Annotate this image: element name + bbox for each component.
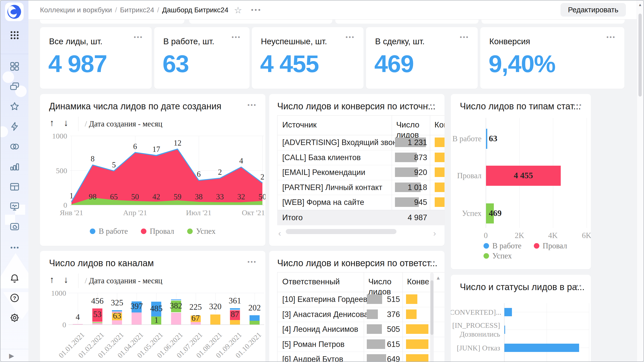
gridline [587, 118, 587, 228]
header-more-icon[interactable]: ••• [251, 6, 262, 14]
data-label: 4 [231, 156, 251, 165]
edit-button[interactable]: Редактировать [560, 3, 626, 17]
card-menu-icon[interactable]: ••• [232, 34, 241, 41]
sort-ascending-icon[interactable]: ↑ [50, 275, 54, 285]
datalens-logo[interactable] [5, 3, 24, 21]
v-scrollbar-thumb[interactable] [430, 280, 433, 335]
table-row[interactable]: [PARTNER] Личный контакт1 018 [277, 180, 445, 195]
cell-value: 649 [370, 355, 400, 362]
legend-item[interactable]: В работе [90, 227, 128, 236]
legend-dot-icon [141, 229, 146, 234]
x-tick-label: 4K [543, 231, 563, 240]
cell-label: [3] Анастасия Денисова [282, 310, 368, 319]
table-row[interactable]: [WEB] Форма на сайте945 [277, 195, 445, 210]
cell-label: [ADVERTISING] Входящий звонок [282, 138, 405, 147]
bar-segment[interactable] [92, 323, 102, 325]
monitoring-icon[interactable] [9, 201, 20, 212]
favorites-star-icon[interactable] [9, 101, 20, 112]
bar-segment[interactable] [112, 310, 122, 311]
bar-segment[interactable] [73, 324, 83, 325]
legend-label: Провал [150, 227, 174, 236]
bar-segment[interactable] [171, 312, 181, 313]
legend-label: Провал [543, 241, 567, 250]
bar[interactable] [504, 308, 512, 316]
bar-segment[interactable] [112, 311, 122, 312]
bar-segment[interactable] [230, 320, 240, 325]
bar-value-label: 4 455 [486, 171, 561, 180]
legend-item[interactable]: Успех [484, 252, 512, 260]
bar-segment[interactable] [92, 322, 102, 323]
breadcrumb-item[interactable]: Коллекции и воркбуки [40, 6, 112, 14]
bar-segment[interactable] [210, 314, 220, 325]
partial-card [481, 20, 625, 24]
legend-item[interactable]: Провал [141, 227, 174, 236]
bar[interactable] [504, 344, 579, 352]
column-header[interactable]: Конверсия [407, 277, 429, 287]
dashboards-icon[interactable] [9, 61, 20, 72]
collections-icon[interactable] [9, 81, 20, 92]
favorite-star-icon[interactable]: ☆ [234, 5, 242, 16]
scroll-up-icon[interactable]: ▲ [638, 3, 642, 7]
table-row[interactable]: [EMAIL] Рекомендации920 [277, 165, 445, 180]
bar-segment[interactable] [171, 299, 181, 300]
bar-segment[interactable] [230, 308, 240, 310]
legend-label: В работе [492, 241, 521, 250]
datalens-dashboard-window: ? ▶ Коллекции и воркбуки/Битрикс24/Дашбо… [0, 0, 644, 362]
ql-lightning-icon[interactable] [9, 121, 20, 132]
h-scrollbar-thumb[interactable] [286, 229, 396, 234]
bar[interactable] [504, 326, 505, 334]
bar-segment[interactable] [250, 321, 260, 325]
bar-segment[interactable] [132, 312, 142, 325]
table-row[interactable]: [5] Роман Петров615 [277, 337, 445, 352]
table-row[interactable]: [4] Леонид Анисимов505 [277, 322, 445, 337]
storage-folder-icon[interactable] [9, 221, 20, 232]
bar-segment[interactable] [250, 315, 260, 321]
datasets-table-icon[interactable] [9, 182, 20, 192]
cell-label: [4] Леонид Анисимов [282, 325, 358, 334]
column-header[interactable]: Ответственный [282, 277, 358, 287]
svg-text:?: ? [13, 295, 16, 301]
sort-descending-icon[interactable]: ↓ [64, 275, 68, 285]
drilldown-breadcrumb[interactable]: / Дата создания - месяц [85, 276, 162, 285]
more-icon[interactable] [9, 242, 20, 253]
legend-item[interactable]: В работе [484, 242, 521, 250]
table-row[interactable]: [ADVERTISING] Входящий звонок1 231 [277, 135, 445, 150]
bar-segment[interactable] [191, 314, 201, 315]
scroll-right-icon[interactable]: › [433, 228, 436, 238]
card-menu-icon[interactable]: ••• [607, 34, 616, 41]
column-header[interactable]: Конверсия [434, 120, 445, 130]
breadcrumb-item: Дашборд Битрикс24 [162, 6, 228, 14]
table-row[interactable]: [3] Анастасия Денисова376 [277, 307, 445, 322]
total-value: 4 987 [397, 213, 427, 222]
bar-segment[interactable] [112, 320, 122, 325]
breadcrumb-item[interactable]: Битрикс24 [120, 6, 154, 14]
kpi-card: •••В сделку, шт.469 [366, 27, 478, 89]
table-row[interactable]: [10] Екатерина Гордеева515 [277, 292, 445, 307]
settings-gear-icon[interactable] [9, 312, 20, 323]
cell-value: 945 [397, 198, 427, 207]
bar-segment[interactable] [171, 313, 181, 325]
bar[interactable] [486, 129, 487, 149]
legend-item[interactable]: Успех [187, 227, 215, 236]
scrollbar-thumb[interactable] [638, 14, 642, 97]
expand-sidebar-icon[interactable]: ▶ [9, 352, 14, 360]
connections-icon[interactable] [9, 141, 20, 152]
bar-segment[interactable] [210, 314, 220, 314]
card-menu-icon[interactable]: ••• [134, 34, 143, 41]
cell-value: 1 018 [397, 183, 427, 192]
card-menu-icon[interactable]: ••• [346, 34, 355, 41]
scroll-left-icon[interactable]: ‹ [278, 228, 281, 238]
charts-icon[interactable] [9, 161, 20, 172]
notifications-bell-icon[interactable] [9, 273, 20, 284]
bar-segment[interactable] [210, 313, 220, 314]
cell-label: [10] Екатерина Гордеева [282, 295, 372, 304]
table-row[interactable]: [6] Андрей Бутов649 [277, 352, 445, 362]
kpi-title: Конверсия [489, 37, 530, 46]
help-icon[interactable]: ? [9, 293, 20, 303]
card-menu-icon[interactable]: ••• [460, 34, 469, 41]
table-row[interactable]: [CALL] База клиентов873 [277, 150, 445, 165]
apps-grid-icon[interactable] [9, 30, 20, 40]
bar-segment[interactable] [191, 314, 201, 314]
legend-item[interactable]: Провал [534, 242, 567, 250]
column-header[interactable]: Источник [282, 120, 358, 130]
